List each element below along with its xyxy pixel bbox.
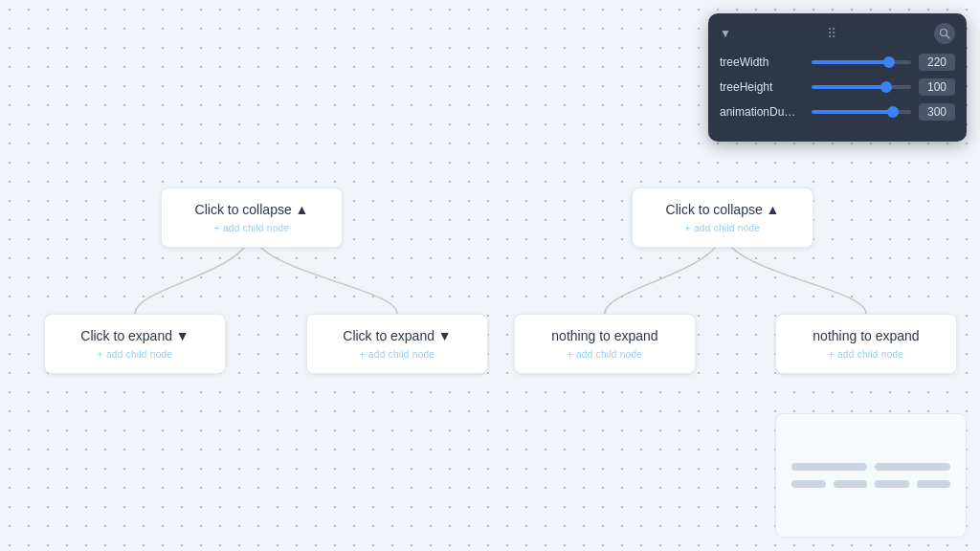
left-child2-add-child[interactable]: + add child node [326, 349, 468, 360]
right-child1-add-child[interactable]: + add child node [534, 349, 676, 360]
left-child1-label: Click to expand ▼ [64, 328, 206, 343]
control-row-animduration: animationDu… 300 [720, 103, 955, 121]
left-root-node[interactable]: Click to collapse ▲ + add child node [161, 187, 343, 248]
treewidth-value: 220 [919, 54, 955, 71]
preview-line [791, 480, 826, 488]
right-child2-label: nothing to expand [795, 328, 937, 343]
preview-line [875, 463, 950, 471]
left-child2-label: Click to expand ▼ [326, 328, 468, 343]
right-child1-label: nothing to expand [534, 328, 676, 343]
preview-panel [775, 413, 967, 538]
right-root-node[interactable]: Click to collapse ▲ + add child node [632, 187, 813, 248]
preview-line [834, 480, 868, 488]
preview-line [875, 480, 909, 488]
preview-line [791, 463, 867, 471]
treewidth-slider[interactable] [812, 60, 911, 64]
svg-line-1 [947, 35, 949, 38]
control-row-treewidth: treeWidth 220 [720, 54, 955, 71]
panel-header: ▼ ⠿ [720, 23, 955, 44]
preview-line [917, 480, 951, 488]
control-row-treeheight: treeHeight 100 [720, 78, 955, 96]
left-child1-node[interactable]: Click to expand ▼ + add child node [44, 314, 226, 374]
panel-search-icon[interactable] [934, 23, 955, 44]
right-child2-add-child[interactable]: + add child node [795, 349, 937, 360]
left-root-add-child[interactable]: + add child node [181, 223, 323, 233]
animduration-label: animationDu… [720, 105, 804, 119]
treeheight-slider[interactable] [812, 85, 911, 89]
right-child1-node[interactable]: nothing to expand + add child node [514, 314, 696, 374]
animduration-value: 300 [919, 103, 955, 121]
right-child2-node[interactable]: nothing to expand + add child node [775, 314, 957, 374]
right-root-add-child[interactable]: + add child node [652, 223, 793, 233]
left-child1-add-child[interactable]: + add child node [64, 349, 206, 360]
preview-row-2 [791, 480, 950, 488]
panel-drag-handle[interactable]: ⠿ [827, 26, 838, 41]
treeheight-value: 100 [919, 78, 955, 96]
panel-chevron-icon[interactable]: ▼ [720, 27, 731, 40]
svg-point-0 [940, 30, 947, 36]
left-child2-node[interactable]: Click to expand ▼ + add child node [306, 314, 488, 374]
control-panel: ▼ ⠿ treeWidth 220 treeHeight [708, 13, 967, 142]
left-root-label: Click to collapse ▲ [181, 202, 323, 217]
treeheight-label: treeHeight [720, 80, 804, 94]
treewidth-label: treeWidth [720, 55, 804, 69]
tree-canvas: Click to collapse ▲ + add child node Cli… [0, 0, 980, 551]
animduration-slider[interactable] [812, 110, 911, 114]
preview-row-1 [791, 463, 950, 471]
right-root-label: Click to collapse ▲ [652, 202, 793, 217]
